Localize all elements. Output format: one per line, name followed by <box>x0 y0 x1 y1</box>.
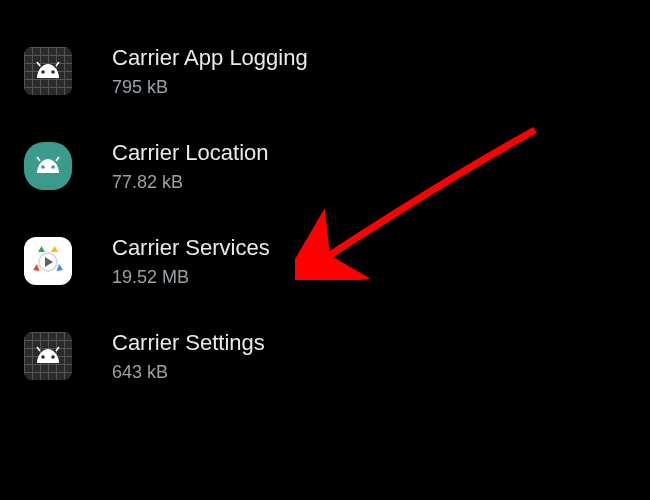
play-services-icon <box>24 237 72 285</box>
app-info: Carrier Settings 643 kB <box>112 329 265 384</box>
app-list-item-carrier-services[interactable]: Carrier Services 19.52 MB <box>0 214 650 309</box>
svg-point-5 <box>51 166 55 170</box>
svg-point-1 <box>51 71 55 75</box>
app-size: 643 kB <box>112 361 265 384</box>
app-info: Carrier Services 19.52 MB <box>112 234 270 289</box>
app-name: Carrier App Logging <box>112 44 308 73</box>
svg-point-10 <box>51 356 55 360</box>
svg-line-12 <box>56 347 59 351</box>
app-name: Carrier Settings <box>112 329 265 358</box>
android-grid-icon <box>24 47 72 95</box>
app-size: 77.82 kB <box>112 171 269 194</box>
app-list-item-carrier-location[interactable]: Carrier Location 77.82 kB <box>0 119 650 214</box>
app-list: Carrier App Logging 795 kB Carrier Locat… <box>0 0 650 428</box>
svg-line-11 <box>37 347 40 351</box>
app-name: Carrier Location <box>112 139 269 168</box>
app-list-item-carrier-settings[interactable]: Carrier Settings 643 kB <box>0 309 650 404</box>
svg-point-4 <box>41 166 45 170</box>
svg-line-3 <box>56 62 59 66</box>
svg-line-6 <box>37 157 40 161</box>
app-list-item-carrier-app-logging[interactable]: Carrier App Logging 795 kB <box>0 24 650 119</box>
svg-line-2 <box>37 62 40 66</box>
svg-point-9 <box>41 356 45 360</box>
app-name: Carrier Services <box>112 234 270 263</box>
android-teal-icon <box>24 142 72 190</box>
svg-line-7 <box>56 157 59 161</box>
app-size: 19.52 MB <box>112 266 270 289</box>
app-info: Carrier App Logging 795 kB <box>112 44 308 99</box>
app-info: Carrier Location 77.82 kB <box>112 139 269 194</box>
android-grid-icon <box>24 332 72 380</box>
svg-point-0 <box>41 71 45 75</box>
app-size: 795 kB <box>112 76 308 99</box>
